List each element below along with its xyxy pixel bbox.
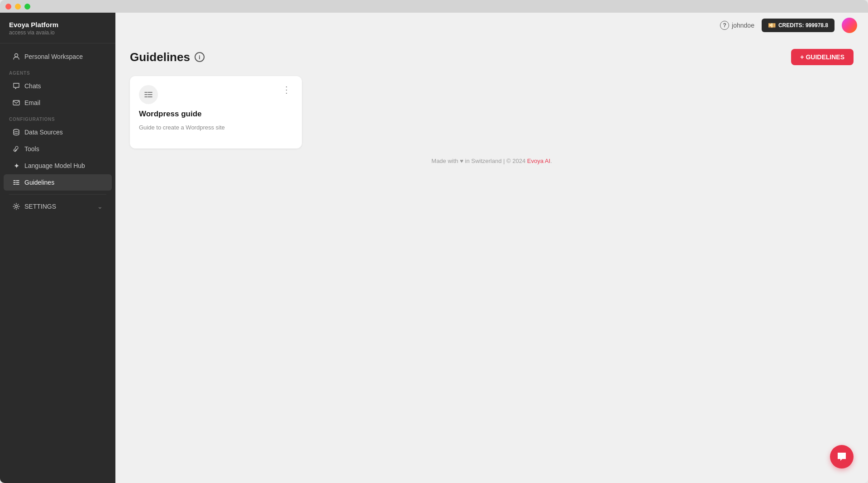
topbar-avatar[interactable] [842, 18, 857, 33]
sidebar-item-language-model-hub[interactable]: ✦ Language Model Hub [4, 158, 112, 174]
sidebar-item-data-sources[interactable]: Data Sources [4, 124, 112, 140]
sidebar: Evoya Platform access via avaia.io Perso… [0, 13, 115, 483]
person-icon [13, 53, 20, 60]
guidelines-icon [13, 179, 20, 186]
page-title: Guidelines [130, 50, 190, 64]
sidebar-divider [9, 194, 106, 195]
main-content: ? johndoe 💴 CREDITS: 999978.8 Guidelines… [115, 13, 868, 483]
card-description: Guide to create a Wordpress site [139, 124, 293, 131]
chat-icon [13, 82, 20, 90]
cards-grid: ⋮ Wordpress guide Guide to create a Word… [130, 76, 854, 148]
sidebar-item-label-language-model-hub: Language Model Hub [24, 162, 85, 169]
close-button[interactable] [5, 4, 11, 10]
brand-name: Evoya Platform [9, 21, 106, 29]
window-chrome [0, 0, 868, 13]
topbar: ? johndoe 💴 CREDITS: 999978.8 [115, 13, 868, 38]
card-menu-button[interactable]: ⋮ [280, 85, 293, 94]
sidebar-item-label-email: Email [24, 99, 40, 106]
hub-icon: ✦ [13, 162, 20, 169]
card-title: Wordpress guide [139, 110, 293, 119]
card-header: ⋮ [139, 85, 293, 104]
add-guidelines-button[interactable]: + GUIDELINES [791, 49, 854, 65]
svg-rect-1 [13, 100, 19, 105]
topbar-credits[interactable]: 💴 CREDITS: 999978.8 [762, 19, 835, 32]
configurations-section-label: CONFIGURATIONS [0, 111, 115, 124]
sidebar-settings[interactable]: SETTINGS ⌄ [4, 198, 112, 215]
app-container: Evoya Platform access via avaia.io Perso… [0, 13, 868, 483]
settings-icon [13, 203, 20, 210]
sidebar-item-personal-workspace[interactable]: Personal Workspace [4, 48, 112, 65]
topbar-username: johndoe [732, 22, 754, 29]
page-footer: Made with ♥ in Switzerland | © 2024 Evoy… [130, 148, 854, 173]
info-icon[interactable]: i [195, 52, 205, 62]
minimize-button[interactable] [15, 4, 21, 10]
tools-icon [13, 145, 20, 153]
sidebar-item-label-tools: Tools [24, 145, 39, 153]
chat-fab-button[interactable] [830, 445, 854, 469]
sidebar-item-label-data-sources: Data Sources [24, 129, 63, 136]
email-icon [13, 99, 20, 106]
maximize-button[interactable] [24, 4, 30, 10]
page-title-row: Guidelines i [130, 50, 205, 64]
sidebar-nav: Personal Workspace AGENTS Chats [0, 43, 115, 474]
sidebar-item-email[interactable]: Email [4, 95, 112, 111]
svg-point-2 [14, 129, 19, 132]
sidebar-item-guidelines[interactable]: Guidelines [4, 174, 112, 191]
svg-point-9 [15, 206, 18, 208]
sidebar-item-label-chats: Chats [24, 82, 41, 90]
footer-text: Made with ♥ in Switzerland | © 2024 Evoy… [431, 158, 552, 164]
help-icon: ? [720, 21, 729, 30]
sidebar-item-tools[interactable]: Tools [4, 141, 112, 157]
card-icon [139, 85, 158, 104]
footer-link[interactable]: Evoya AI [527, 158, 550, 164]
svg-point-0 [15, 54, 18, 57]
page-header: Guidelines i + GUIDELINES [130, 49, 854, 65]
page-content: Guidelines i + GUIDELINES [115, 38, 868, 483]
agents-section-label: AGENTS [0, 65, 115, 77]
sidebar-item-chats[interactable]: Chats [4, 78, 112, 94]
chevron-down-icon: ⌄ [97, 203, 103, 210]
sidebar-item-label-personal-workspace: Personal Workspace [24, 53, 83, 60]
topbar-help[interactable]: ? johndoe [720, 21, 754, 30]
database-icon [13, 129, 20, 136]
credits-icon: 💴 [768, 22, 776, 29]
settings-label: SETTINGS [24, 203, 56, 210]
sidebar-item-label-guidelines: Guidelines [24, 179, 54, 186]
guideline-card-wordpress-guide[interactable]: ⋮ Wordpress guide Guide to create a Word… [130, 76, 302, 148]
credits-label: CREDITS: 999978.8 [778, 22, 828, 29]
brand-sub: access via avaia.io [9, 29, 106, 36]
sidebar-brand: Evoya Platform access via avaia.io [0, 13, 115, 43]
